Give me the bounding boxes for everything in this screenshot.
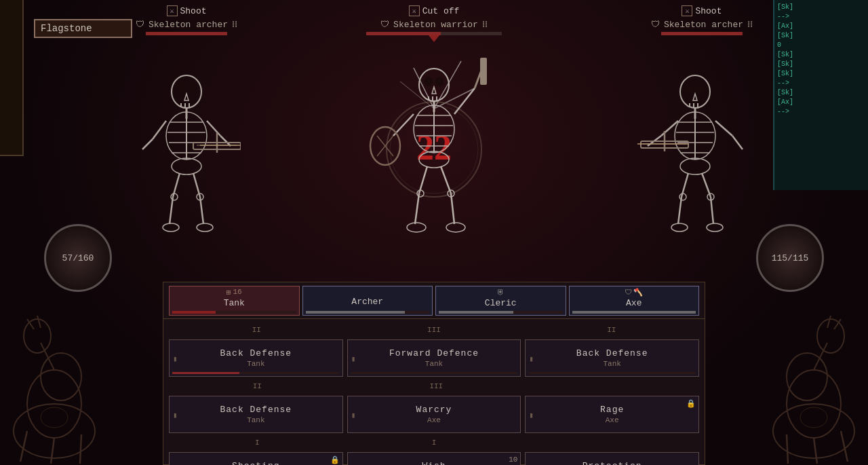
row3-header: I I xyxy=(169,437,699,448)
enemy-right-shield-icon: 🛡 xyxy=(651,20,660,30)
skill-back-defense-1[interactable]: ▮ Back Defense Tank xyxy=(169,339,343,377)
svg-point-71 xyxy=(435,77,443,86)
archer-tab-progress xyxy=(306,311,430,314)
row3-icon-1: I xyxy=(255,439,260,447)
hp-circle-right-value: 115/115 xyxy=(772,253,809,263)
info-line-3: [Ax] xyxy=(777,22,865,31)
skill-4-left-icon: ▮ xyxy=(173,410,178,419)
info-line-7: [Sk] xyxy=(777,60,865,69)
enemy-left-section: ⚔ Shoot 🛡 Skeleton archer ⁞⁞ xyxy=(136,0,237,35)
svg-line-91 xyxy=(419,166,427,193)
svg-line-107 xyxy=(51,438,54,464)
skill-shooting[interactable]: ▮ Shooting Archer 🔒 xyxy=(169,452,343,465)
svg-line-118 xyxy=(814,438,817,464)
svg-line-27 xyxy=(200,197,203,224)
enemy-center-hp-arrow xyxy=(429,35,439,42)
svg-point-59 xyxy=(707,223,723,231)
enemy-left-shield-icon: 🛡 xyxy=(136,20,144,30)
row2-icon-2: III xyxy=(429,382,443,390)
enemy-right-section: ⚔ Shoot 🛡 Skeleton archer ⁞⁞ xyxy=(651,0,753,35)
svg-point-56 xyxy=(671,223,688,231)
skill-back-defense-2[interactable]: ▮ Back Defense Tank xyxy=(525,339,699,377)
svg-line-48 xyxy=(732,136,743,149)
tab-axe[interactable]: 🛡 🪓 Axe xyxy=(569,286,700,316)
info-line-1: [Sk] xyxy=(777,3,865,12)
skill-rage[interactable]: ▮ Rage Axe 🔒 xyxy=(525,396,699,433)
tank-tab-progress-fill xyxy=(172,311,216,314)
hp-circle-left-value: 57/160 xyxy=(62,253,94,263)
svg-line-94 xyxy=(441,166,451,193)
svg-rect-85 xyxy=(480,58,487,85)
tank-tab-label: Tank xyxy=(224,298,245,308)
enemy-left-hp-fill xyxy=(146,32,227,35)
svg-point-109 xyxy=(41,407,68,428)
tab-tank[interactable]: ⊞ 16 Tank xyxy=(169,286,300,316)
tank-level: 16 xyxy=(233,288,241,296)
skill-1-progress-fill xyxy=(172,372,239,374)
svg-point-101 xyxy=(41,353,81,401)
skill-protection[interactable]: ▮ Protection Cleric xyxy=(525,452,699,465)
svg-line-15 xyxy=(220,136,231,146)
skeleton-warrior-center-image: 22 xyxy=(359,48,509,251)
axe-tab-label: Axe xyxy=(626,298,642,308)
cleric-tab-icon: ⛨ xyxy=(497,288,505,297)
flagstone-input[interactable]: Flagstone xyxy=(34,19,132,38)
enemy-left-hp-bar xyxy=(146,32,227,35)
svg-point-103 xyxy=(24,319,51,353)
skill-back-defense-3[interactable]: ▮ Back Defense Tank xyxy=(169,396,343,433)
skill-2-progress xyxy=(351,372,518,374)
svg-line-83 xyxy=(454,88,475,114)
skill-3-progress xyxy=(528,372,696,374)
info-line-8: [Sk] xyxy=(777,69,865,79)
svg-point-25 xyxy=(163,223,179,231)
top-left-border xyxy=(0,0,24,156)
skill-8-count: 10 xyxy=(509,455,517,464)
enemy-right-hp-bar xyxy=(661,32,743,35)
svg-point-2 xyxy=(188,83,196,93)
hp-circle-right: 115/115 xyxy=(756,224,824,292)
skill-forward-defence[interactable]: ▮ Forward Defence Tank xyxy=(347,339,521,377)
skill-wish[interactable]: ▮ Wish Cleric 10 xyxy=(347,452,521,465)
axe-tab-progress-fill xyxy=(572,311,696,314)
enemy-right-name-bar: 🛡 Skeleton archer ⁞⁞ xyxy=(651,19,753,30)
skill-1-left-icon: ▮ xyxy=(173,354,178,362)
skill-6-left-icon: ▮ xyxy=(529,410,534,419)
skill-7-lock-icon: 🔒 xyxy=(330,455,340,464)
enemy-center-name: Skeleton warrior xyxy=(393,20,478,30)
axe-axe-icon: 🪓 xyxy=(633,288,643,297)
svg-line-16 xyxy=(153,121,166,139)
svg-marker-34 xyxy=(693,94,697,100)
skill-warcry[interactable]: ▮ Warcry Axe xyxy=(347,396,521,433)
enemy-left-name-bar: 🛡 Skeleton archer ⁞⁞ xyxy=(136,19,237,30)
enemy-center-name-bar: 🛡 Skeleton warrior ⁞⁞ xyxy=(380,19,488,30)
tank-tab-icons: ⊞ 16 xyxy=(226,288,242,297)
skeleton-archer-left-image xyxy=(132,68,241,238)
enemy-left-name: Skeleton archer xyxy=(149,20,228,30)
svg-line-58 xyxy=(711,197,713,224)
svg-point-114 xyxy=(817,319,844,353)
svg-line-47 xyxy=(715,121,732,136)
enemy-center-dots-icon: ⁞⁞ xyxy=(482,19,488,30)
skeleton-archer-right-image xyxy=(637,68,753,238)
row3-icon-3 xyxy=(608,439,613,447)
svg-point-70 xyxy=(425,77,433,86)
svg-marker-72 xyxy=(432,87,436,94)
svg-point-22 xyxy=(172,158,201,174)
enemy-left-action: ⚔ Shoot xyxy=(167,5,207,16)
enemy-right-hp-fill xyxy=(661,32,743,35)
enemy-center-section: ⚔ Cut off 🛡 Skeleton warrior ⁞⁞ xyxy=(366,0,502,42)
enemy-left-action-icon: ⚔ xyxy=(167,5,178,16)
tab-cleric[interactable]: ⛨ Cleric xyxy=(435,286,566,316)
archer-tab-label: Archer xyxy=(351,297,383,307)
svg-point-110 xyxy=(773,404,854,458)
info-line-10: [Sk] xyxy=(777,88,865,98)
info-line-11: [Ax] xyxy=(777,98,865,107)
svg-marker-3 xyxy=(184,94,189,100)
info-panel: [Sk] --> [Ax] [Sk] 0 [Sk] [Sk] [Sk] --> … xyxy=(773,0,868,190)
enemy-left-dots-icon: ⁞⁞ xyxy=(232,19,237,30)
tank-tab-progress xyxy=(172,311,296,314)
tab-archer[interactable]: Archer xyxy=(302,286,433,316)
svg-line-24 xyxy=(170,197,173,224)
enemy-right-action-label: Shoot xyxy=(695,6,722,16)
svg-point-96 xyxy=(446,223,465,232)
